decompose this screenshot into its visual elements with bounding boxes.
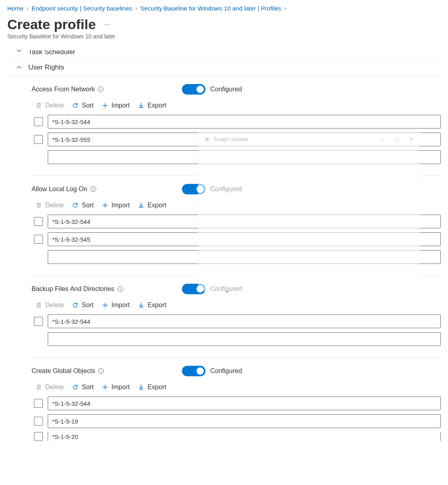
chevron-right-icon: › <box>135 6 137 11</box>
entry-checkbox[interactable] <box>34 399 43 408</box>
info-icon[interactable]: i <box>91 186 96 192</box>
sort-label: Sort <box>82 202 93 209</box>
delete-button[interactable]: Delete <box>36 202 64 209</box>
export-button[interactable]: Export <box>138 202 166 209</box>
entry-input[interactable] <box>48 133 441 146</box>
entry-row <box>32 215 441 228</box>
configured-toggle[interactable] <box>182 84 205 95</box>
entry-row <box>32 232 441 246</box>
import-label: Import <box>112 102 130 109</box>
setting-block: Allow Local Log On i Configured Delete S… <box>32 176 441 276</box>
download-icon <box>138 202 144 209</box>
info-icon[interactable]: i <box>98 368 104 374</box>
configured-toggle[interactable] <box>182 184 205 194</box>
sort-button[interactable]: Sort <box>72 102 93 109</box>
sort-label: Sort <box>82 384 93 391</box>
entry-input[interactable] <box>48 432 441 441</box>
entry-checkbox[interactable] <box>34 317 43 326</box>
entry-input[interactable] <box>48 232 441 246</box>
configured-toggle[interactable] <box>182 366 205 376</box>
chevron-right-icon: › <box>27 6 28 11</box>
delete-button[interactable]: Delete <box>36 102 64 109</box>
export-label: Export <box>148 302 166 309</box>
entry-checkbox[interactable] <box>34 217 43 226</box>
setting-name: Allow Local Log On <box>32 186 87 193</box>
sort-button[interactable]: Sort <box>72 202 93 209</box>
refresh-icon <box>72 302 78 308</box>
import-button[interactable]: Import <box>102 302 130 309</box>
entry-row <box>32 115 441 129</box>
entry-row-empty <box>32 150 441 164</box>
entry-input-empty[interactable] <box>48 250 441 264</box>
setting-name: Backup Files And Directories <box>32 285 114 293</box>
entry-row <box>32 314 441 328</box>
entry-checkbox[interactable] <box>34 432 43 441</box>
entry-checkbox[interactable] <box>34 417 43 426</box>
delete-icon <box>36 302 42 308</box>
import-button[interactable]: Import <box>102 102 130 109</box>
download-icon <box>138 102 144 109</box>
section-label: User Rights <box>28 63 64 72</box>
export-label: Export <box>148 384 166 391</box>
export-label: Export <box>148 102 166 109</box>
info-icon[interactable]: i <box>98 86 104 92</box>
breadcrumb-home[interactable]: Home <box>7 5 23 12</box>
delete-button[interactable]: Delete <box>36 302 64 309</box>
entry-row <box>32 432 441 441</box>
entry-input[interactable] <box>48 314 441 328</box>
refresh-icon <box>72 384 78 390</box>
chevron-down-icon <box>16 48 22 54</box>
section-label: Task Scheduler <box>28 48 75 56</box>
entry-row <box>32 396 441 410</box>
chevron-up-icon <box>16 65 22 70</box>
download-icon <box>138 302 144 308</box>
entry-checkbox[interactable] <box>34 117 43 126</box>
entry-input-empty[interactable] <box>48 332 441 346</box>
sort-label: Sort <box>82 302 93 309</box>
breadcrumb-baseline-profiles[interactable]: Security Baseline for Windows 10 and lat… <box>140 5 281 12</box>
plus-icon <box>102 384 108 390</box>
export-button[interactable]: Export <box>138 384 166 391</box>
page-subtitle: Security Baseline for Windows 10 and lat… <box>7 33 441 40</box>
entry-checkbox[interactable] <box>34 235 43 244</box>
export-button[interactable]: Export <box>138 302 166 309</box>
breadcrumb-endpoint-security[interactable]: Endpoint security | Security baselines <box>32 5 132 12</box>
import-label: Import <box>112 302 130 309</box>
entry-input[interactable] <box>48 115 441 129</box>
setting-block: Access From Network i Configured Delete … <box>32 76 441 176</box>
section-task-scheduler[interactable]: Task Scheduler <box>7 43 441 59</box>
delete-button[interactable]: Delete <box>36 384 64 391</box>
entry-input[interactable] <box>48 396 441 410</box>
section-user-rights[interactable]: User Rights <box>7 59 441 76</box>
sort-button[interactable]: Sort <box>72 384 93 391</box>
entry-row <box>32 133 441 146</box>
entry-input[interactable] <box>48 215 441 228</box>
toggle-label: Configured <box>210 86 242 93</box>
import-label: Import <box>112 384 130 391</box>
info-icon[interactable]: i <box>118 286 123 292</box>
entry-input[interactable] <box>48 414 441 428</box>
import-button[interactable]: Import <box>102 202 130 209</box>
toggle-label: Configured <box>210 186 242 193</box>
entry-row-empty <box>32 332 441 346</box>
setting-block: Create Global Objects i Configured Delet… <box>32 358 441 441</box>
setting-name: Access From Network <box>32 86 95 93</box>
delete-label: Delete <box>45 202 64 209</box>
page-title: Create profile <box>7 17 96 32</box>
export-label: Export <box>148 202 166 209</box>
import-button[interactable]: Import <box>102 384 130 391</box>
plus-icon <box>102 202 108 209</box>
download-icon <box>138 384 144 390</box>
entry-input-empty[interactable] <box>48 150 441 164</box>
toggle-label: Configured <box>210 285 242 293</box>
entry-row <box>32 414 441 428</box>
export-button[interactable]: Export <box>138 102 166 109</box>
breadcrumb: Home › Endpoint security | Security base… <box>7 5 441 12</box>
sort-button[interactable]: Sort <box>72 302 93 309</box>
entry-checkbox[interactable] <box>34 135 43 144</box>
more-actions-button[interactable]: ⋯ <box>104 21 111 28</box>
delete-label: Delete <box>45 302 64 309</box>
configured-toggle[interactable] <box>182 284 205 294</box>
plus-icon <box>102 302 108 308</box>
sort-label: Sort <box>82 102 93 109</box>
